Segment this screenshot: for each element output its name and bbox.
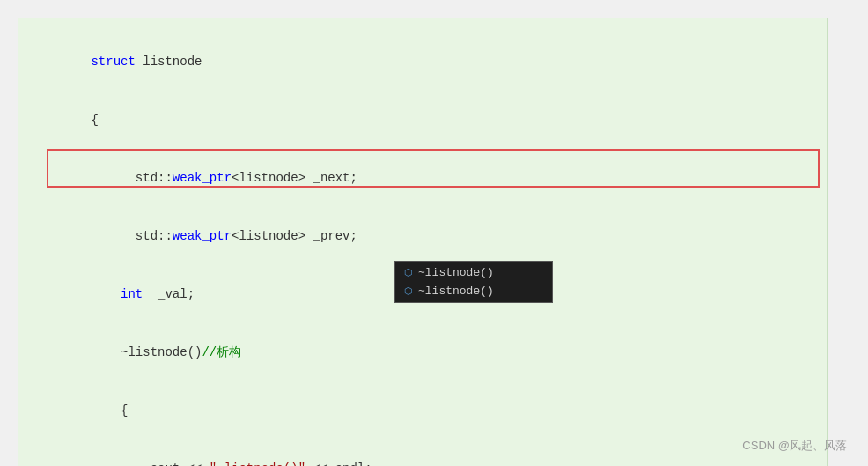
line-content-6: ~listnode()//析构 — [47, 323, 820, 381]
autocomplete-item-1[interactable]: ⬡ ~listnode() — [395, 263, 552, 282]
autocomplete-label-1: ~listnode() — [418, 266, 494, 279]
line-content-1: struct listnode — [47, 33, 820, 91]
code-line-4: std::weak_ptr<listnode> _prev; — [18, 207, 827, 265]
keyword-struct: struct — [91, 55, 135, 69]
watermark: CSDN @风起、风落 — [742, 438, 847, 454]
line-content-2: { — [47, 91, 820, 149]
code-editor: struct listnode { std::weak_ptr<listnode… — [18, 18, 828, 466]
code-line-8: cout << "~listnode()" << endl; — [18, 440, 827, 466]
code-line-2: { — [18, 91, 827, 149]
code-line-6: ~listnode()//析构 — [18, 323, 827, 381]
highlight-group: std::weak_ptr<listnode> _next; std::weak… — [18, 149, 827, 265]
autocomplete-label-2: ~listnode() — [418, 285, 494, 298]
autocomplete-popup[interactable]: ⬡ ~listnode() ⬡ ~listnode() — [394, 261, 553, 303]
line-content-8: cout << "~listnode()" << endl; — [47, 440, 820, 466]
constructor-icon: ⬡ — [404, 267, 413, 278]
line-content-4: std::weak_ptr<listnode> _prev; — [47, 207, 820, 265]
code-line-3: std::weak_ptr<listnode> _next; — [18, 149, 827, 207]
code-line-1: struct listnode — [18, 33, 827, 91]
code-line-7: { — [18, 381, 827, 440]
autocomplete-item-2[interactable]: ⬡ ~listnode() — [395, 282, 552, 300]
line-content-3: std::weak_ptr<listnode> _next; — [47, 149, 820, 207]
constructor-icon-2: ⬡ — [404, 285, 413, 297]
line-content-7: { — [47, 381, 820, 440]
